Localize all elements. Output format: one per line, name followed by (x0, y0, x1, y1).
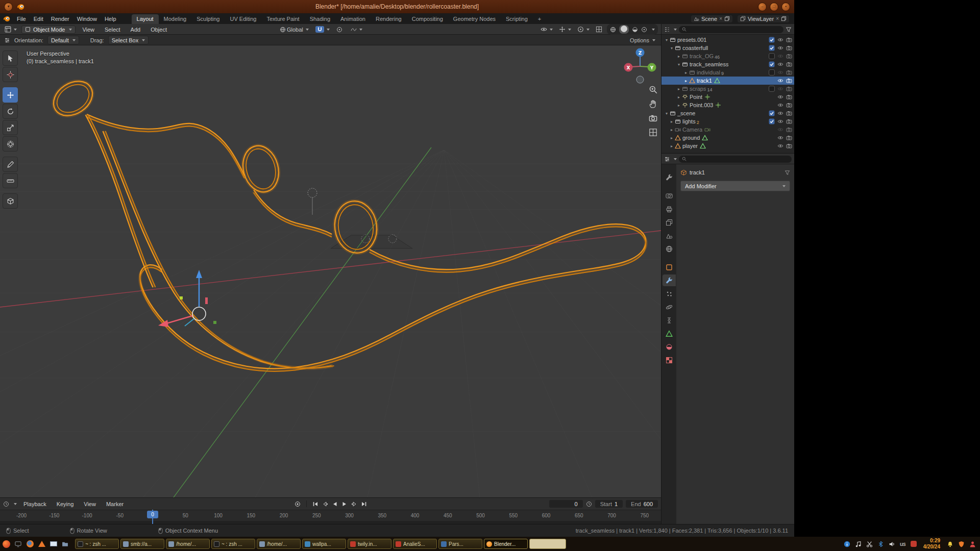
next-keyframe-button[interactable] (351, 501, 357, 507)
tool-annotate[interactable] (3, 157, 18, 172)
outliner-row-point-003[interactable]: ▸ Point.003 (662, 101, 794, 109)
track-loop-topleft[interactable] (47, 74, 99, 123)
render-camera-icon[interactable] (786, 118, 792, 124)
shading-rendered-button[interactable] (641, 27, 647, 33)
clock[interactable]: 0:29 4/20/24 (923, 538, 940, 550)
jump-to-start-button[interactable] (312, 501, 318, 507)
tab-view-layer-properties[interactable] (663, 216, 676, 228)
checkbox-icon[interactable] (769, 53, 775, 59)
hide-eye-icon[interactable] (777, 45, 783, 51)
mail-icon[interactable] (49, 540, 58, 548)
outliner-row-point[interactable]: ▸ Point (662, 93, 794, 101)
checkbox-icon[interactable] (769, 69, 775, 76)
outliner-search-input[interactable] (679, 26, 783, 33)
tab-layout[interactable]: Layout (132, 14, 159, 24)
render-camera-icon[interactable] (786, 110, 792, 116)
taskbar-window-pars[interactable]: Pars... (438, 539, 482, 549)
music-tray-icon[interactable] (855, 541, 862, 547)
tab-geometry-nodes[interactable]: Geometry Nodes (448, 14, 501, 24)
properties-search-input[interactable] (679, 156, 792, 163)
tab-scripting[interactable]: Scripting (501, 14, 533, 24)
toggle-ortho-button[interactable] (649, 128, 657, 137)
tab-object-data-properties[interactable] (663, 328, 676, 339)
menu-select[interactable]: Select (101, 26, 124, 34)
render-camera-icon[interactable] (786, 53, 792, 59)
gizmo-plane-handle-z[interactable] (213, 321, 216, 324)
snap-toggle[interactable] (315, 26, 324, 33)
overlays-dropdown[interactable] (576, 26, 591, 33)
proportional-falloff-dropdown[interactable] (349, 26, 364, 33)
render-camera-icon[interactable] (786, 94, 792, 100)
tool-transform[interactable] (3, 136, 18, 152)
tab-modeling[interactable]: Modeling (159, 14, 192, 24)
bell-tray-icon[interactable] (947, 541, 953, 547)
tab-constraint-properties[interactable] (663, 314, 676, 326)
tab-world-properties[interactable] (663, 243, 676, 255)
render-camera-icon[interactable] (786, 78, 792, 84)
expand-icon[interactable]: ▸ (669, 144, 675, 148)
expand-icon[interactable]: ▾ (676, 62, 682, 67)
tab-tool-properties[interactable] (663, 171, 676, 183)
show-desktop-icon[interactable] (14, 540, 22, 548)
tab-material-properties[interactable] (663, 341, 676, 353)
expand-icon[interactable]: ▾ (664, 38, 670, 42)
properties-editor-dropdown[interactable] (674, 158, 677, 160)
media-player-icon[interactable] (37, 540, 46, 548)
drag-setting-dropdown[interactable]: Select Box (108, 36, 149, 44)
object-visibility-dropdown[interactable] (539, 26, 554, 33)
camera-view-button[interactable] (649, 114, 657, 122)
outliner-row-player[interactable]: ▸ player (662, 142, 794, 150)
remove-view-layer-icon[interactable]: × (776, 16, 779, 21)
taskbar-window-home-2[interactable]: /home/... (257, 539, 301, 549)
outliner-row-camera[interactable]: ▸ Camera (662, 126, 794, 134)
hide-eye-icon[interactable] (777, 118, 783, 124)
orientation-setting-dropdown[interactable]: Default (47, 36, 79, 44)
navigation-gizmo[interactable]: Z X Y (624, 48, 656, 84)
tab-compositing[interactable]: Compositing (407, 14, 448, 24)
jump-to-end-button[interactable] (361, 501, 367, 507)
tab-scene-properties[interactable] (663, 230, 676, 241)
hide-eye-icon[interactable] (777, 37, 783, 43)
timeline-editor-icon[interactable] (3, 501, 9, 507)
outliner-row-ground[interactable]: ▸ ground (662, 134, 794, 142)
taskbar-window-blender[interactable]: Blender... (484, 539, 528, 549)
tab-texture-properties[interactable] (663, 354, 676, 366)
render-camera-icon[interactable] (786, 45, 792, 51)
unlink-scene-icon[interactable]: × (719, 16, 722, 21)
tool-measure[interactable] (3, 173, 18, 188)
snap-dropdown[interactable] (327, 29, 330, 31)
outliner-row-scraps[interactable]: ▸ scraps 14 (662, 85, 794, 93)
properties-editor-icon[interactable] (664, 156, 670, 162)
empty-sphere[interactable] (308, 188, 317, 197)
timeline-ruler[interactable]: -200-150 -100-50 050 100150 200250 30035… (0, 510, 661, 521)
outliner-row-track1-selected[interactable]: ▸ track1 (662, 77, 794, 85)
menu-playback[interactable]: Playback (20, 500, 50, 508)
app-menu-icon[interactable] (2, 540, 11, 548)
tab-animation[interactable]: Animation (335, 14, 371, 24)
pin-icon[interactable] (785, 170, 790, 176)
tab-object-properties[interactable] (663, 261, 676, 273)
hide-eye-icon[interactable] (777, 69, 783, 76)
scene-selector[interactable]: Scene × (691, 15, 732, 22)
proportional-editing-toggle[interactable] (335, 26, 344, 33)
render-camera-icon[interactable] (786, 102, 792, 108)
tab-modifier-properties[interactable] (663, 274, 676, 286)
outliner-editor-icon[interactable] (664, 27, 670, 33)
expand-icon[interactable]: ▸ (676, 87, 682, 91)
render-camera-icon[interactable] (786, 61, 792, 67)
menu-keying[interactable]: Keying (53, 500, 78, 508)
tab-particle-properties[interactable] (663, 288, 676, 299)
hide-eye-icon[interactable] (777, 102, 783, 108)
gizmo-y-arrow[interactable] (185, 318, 194, 326)
current-frame-field[interactable]: 0 (549, 500, 583, 508)
clipboard-tray-icon[interactable] (866, 541, 873, 547)
shield-tray-icon[interactable] (958, 541, 965, 547)
hide-eye-icon[interactable] (777, 143, 783, 149)
menu-object[interactable]: Object (147, 26, 170, 34)
hide-eye-icon[interactable] (777, 53, 783, 59)
taskbar-window-zsh-1[interactable]: ~ : zsh ... (75, 539, 119, 549)
render-camera-icon[interactable] (786, 127, 792, 133)
checkbox-icon[interactable] (769, 110, 775, 116)
tab-sculpting[interactable]: Sculpting (191, 14, 225, 24)
hide-eye-icon[interactable] (777, 61, 783, 67)
